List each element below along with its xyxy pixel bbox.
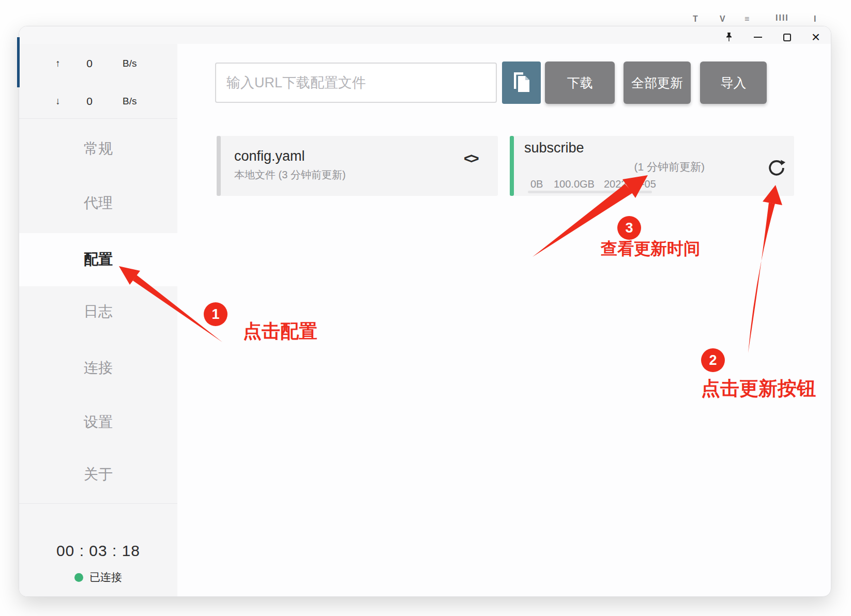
background-fragment: ≡	[744, 14, 749, 24]
sidebar-item-settings[interactable]: 设置	[19, 412, 177, 433]
download-button[interactable]: 下载	[545, 61, 615, 104]
up-arrow-icon: ↑	[52, 53, 64, 74]
import-button[interactable]: 导入	[700, 61, 767, 104]
sidebar-item-connections[interactable]: 连接	[19, 358, 177, 378]
usage-progress-bar	[528, 191, 652, 193]
profile-name: config.yaml	[234, 148, 305, 164]
refresh-icon	[767, 159, 786, 177]
titlebar[interactable]	[19, 26, 831, 44]
close-button[interactable]: ×	[809, 30, 823, 44]
url-input[interactable]	[215, 63, 497, 103]
sidebar-divider	[19, 503, 177, 504]
traffic-used: 0B	[530, 178, 543, 190]
download-speed-value: 0	[79, 91, 100, 112]
step-circle-3: 3	[617, 216, 641, 240]
sidebar: ↑ 0 B/s ↓ 0 B/s 常规 代理 配置 日志 连接 设置 关于 00 …	[19, 44, 177, 597]
sidebar-divider	[19, 118, 177, 119]
close-icon: ×	[812, 30, 820, 44]
sidebar-item-about[interactable]: 关于	[19, 464, 177, 485]
profile-accent-bar	[510, 136, 514, 196]
step-label-2: 点击更新按钮	[701, 376, 816, 402]
minimize-button[interactable]	[751, 30, 765, 44]
maximize-button[interactable]	[780, 30, 794, 44]
window-edge-accent	[17, 37, 20, 87]
connection-status: 已连接	[19, 570, 177, 584]
upload-speed: ↑ 0 B/s	[19, 53, 177, 74]
step-circle-1: 1	[204, 302, 227, 326]
background-fragment: I	[814, 14, 816, 24]
profile-subtitle: 本地文件 (3 分钟前更新)	[234, 168, 346, 182]
traffic-total: 100.0GB	[554, 178, 595, 190]
profile-updated-time: (1 分钟前更新)	[634, 160, 705, 174]
background-fragment: V	[720, 14, 725, 24]
download-speed-unit: B/s	[123, 91, 136, 112]
step-circle-2: 2	[701, 348, 725, 372]
sidebar-item-profiles[interactable]: 配置	[19, 249, 177, 270]
download-speed: ↓ 0 B/s	[19, 91, 177, 112]
connection-status-label: 已连接	[89, 570, 122, 584]
background-fragment: IIII	[776, 13, 789, 23]
update-all-button[interactable]: 全部更新	[624, 61, 691, 104]
profile-accent-bar	[217, 136, 221, 196]
page-root: T V ≡ IIII I ×	[0, 0, 851, 616]
background-fragment: T	[693, 14, 698, 24]
profile-name: subscribe	[524, 140, 584, 156]
edit-code-icon[interactable]: <>	[464, 150, 478, 167]
maximize-icon	[783, 34, 791, 41]
step-label-3: 查看更新时间	[601, 238, 700, 260]
sidebar-item-logs[interactable]: 日志	[19, 301, 177, 322]
upload-speed-unit: B/s	[123, 53, 136, 74]
pin-icon	[724, 32, 734, 42]
pin-button[interactable]	[722, 30, 736, 44]
sidebar-item-general[interactable]: 常规	[19, 138, 177, 159]
status-dot-icon	[74, 573, 83, 582]
paste-icon	[512, 71, 531, 94]
window-controls: ×	[722, 30, 823, 44]
upload-speed-value: 0	[79, 53, 100, 74]
step-label-1: 点击配置	[243, 319, 317, 344]
paste-button[interactable]	[502, 61, 541, 104]
profile-card-local[interactable]: config.yaml 本地文件 (3 分钟前更新) <>	[217, 136, 498, 196]
down-arrow-icon: ↓	[52, 91, 64, 112]
expire-date: 2022-11-05	[604, 178, 656, 190]
app-window: × ↑ 0 B/s ↓ 0 B/s 常规 代理 配置 日志 连接 设置 关于	[19, 26, 831, 597]
update-profile-button[interactable]	[767, 159, 786, 177]
minimize-icon	[754, 37, 762, 38]
sidebar-item-proxies[interactable]: 代理	[19, 193, 177, 213]
uptime-timer: 00 : 03 : 18	[19, 542, 177, 560]
profile-card-subscribe[interactable]: subscribe (1 分钟前更新) 0B 100.0GB 2022-11-0…	[510, 136, 794, 196]
